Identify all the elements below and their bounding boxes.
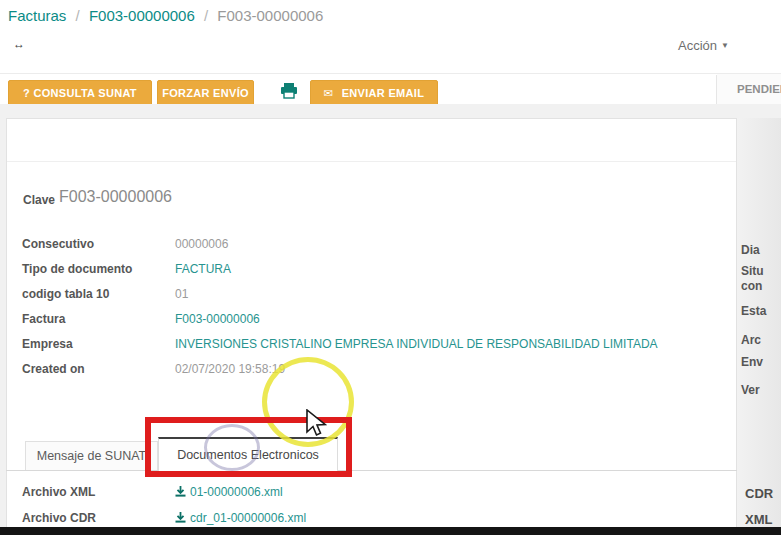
- field-value-codigo-tabla: 01: [175, 287, 188, 301]
- field-label-ver: Ver: [741, 383, 760, 397]
- chevron-down-icon: ▼: [721, 41, 729, 50]
- print-icon[interactable]: [280, 83, 298, 99]
- archivo-cdr-link[interactable]: cdr_01-00000006.xml: [175, 511, 306, 525]
- forzar-envio-button[interactable]: FORZAR ENVÍO: [157, 80, 254, 106]
- consulta-sunat-label: CONSULTA SUNAT: [33, 87, 136, 99]
- field-label-created-on: Created on: [22, 362, 85, 376]
- breadcrumb-current: F003-00000006: [217, 7, 323, 24]
- download-icon: [175, 486, 186, 497]
- archivo-xml-filename: 01-00000006.xml: [190, 485, 283, 499]
- field-label-consecutivo: Consecutivo: [22, 237, 94, 251]
- archivo-cdr-label: Archivo CDR: [22, 511, 96, 525]
- field-value-created-on: 02/07/2020 19:58:19: [175, 362, 285, 376]
- field-value-factura[interactable]: F003-00000006: [175, 312, 260, 326]
- field-label-factura: Factura: [22, 312, 65, 326]
- field-label-arc: Arc: [741, 333, 761, 347]
- field-label-esta: Esta: [741, 304, 766, 318]
- field-label-empresa: Empresa: [22, 337, 73, 351]
- xml-column-label: XML: [745, 512, 772, 527]
- field-value-empresa[interactable]: INVERSIONES CRISTALINO EMPRESA INDIVIDUA…: [175, 337, 658, 351]
- field-value-consecutivo: 00000006: [175, 237, 228, 251]
- envelope-icon: ✉: [324, 87, 334, 99]
- archivo-xml-label: Archivo XML: [22, 485, 95, 499]
- action-dropdown-label: Acción: [678, 38, 717, 53]
- field-label-codigo-tabla: codigo tabla 10: [22, 287, 109, 301]
- breadcrumb: Facturas / F003-00000006 / F003-00000006: [8, 7, 323, 24]
- right-edge-panel: [737, 118, 781, 535]
- field-label-dia: Dia: [741, 243, 760, 257]
- tab-mensaje-de-sunat[interactable]: Mensaje de SUNAT: [25, 441, 158, 470]
- enviar-email-button[interactable]: ✉ ENVIAR EMAIL: [310, 80, 438, 106]
- breadcrumb-separator: /: [71, 7, 85, 24]
- field-value-tipo-documento[interactable]: FACTURA: [175, 262, 231, 276]
- consulta-sunat-button[interactable]: ? CONSULTA SUNAT: [8, 80, 152, 106]
- clave-value: F003-00000006: [59, 188, 172, 206]
- question-icon: ?: [23, 87, 30, 99]
- archivo-cdr-filename: cdr_01-00000006.xml: [190, 511, 306, 525]
- field-label-situ: Situ: [741, 264, 764, 278]
- invoice-form-card: Clave F003-00000006: [6, 118, 737, 535]
- field-label-env: Env: [741, 355, 763, 369]
- breadcrumb-record-link[interactable]: F003-00000006: [89, 7, 195, 24]
- breadcrumb-facturas-link[interactable]: Facturas: [8, 7, 66, 24]
- resize-handle-icon[interactable]: ↔: [13, 37, 25, 51]
- action-button-bar: ? CONSULTA SUNAT FORZAR ENVÍO ✉ ENVIAR E…: [0, 73, 781, 104]
- card-divider: [7, 161, 736, 162]
- breadcrumb-separator: /: [199, 7, 213, 24]
- status-pendiente[interactable]: PENDIENTE: [737, 83, 781, 95]
- archivo-xml-link[interactable]: 01-00000006.xml: [175, 485, 283, 499]
- action-dropdown[interactable]: Acción▼: [678, 38, 729, 53]
- download-icon: [175, 512, 186, 523]
- background-band: [0, 104, 781, 118]
- statusbar: PENDIENTE: [717, 74, 781, 105]
- invoice-detail-page: Facturas / F003-00000006 / F003-00000006…: [0, 0, 781, 535]
- field-label-tipo-documento: Tipo de documento: [22, 262, 132, 276]
- cdr-column-label: CDR: [745, 486, 773, 501]
- letterbox-bar: [0, 527, 781, 535]
- tab-documentos-electronicos[interactable]: Documentos Electronicos: [158, 437, 338, 471]
- clave-label: Clave: [23, 193, 55, 207]
- field-label-con: con: [741, 279, 762, 293]
- enviar-email-label: ENVIAR EMAIL: [342, 87, 424, 99]
